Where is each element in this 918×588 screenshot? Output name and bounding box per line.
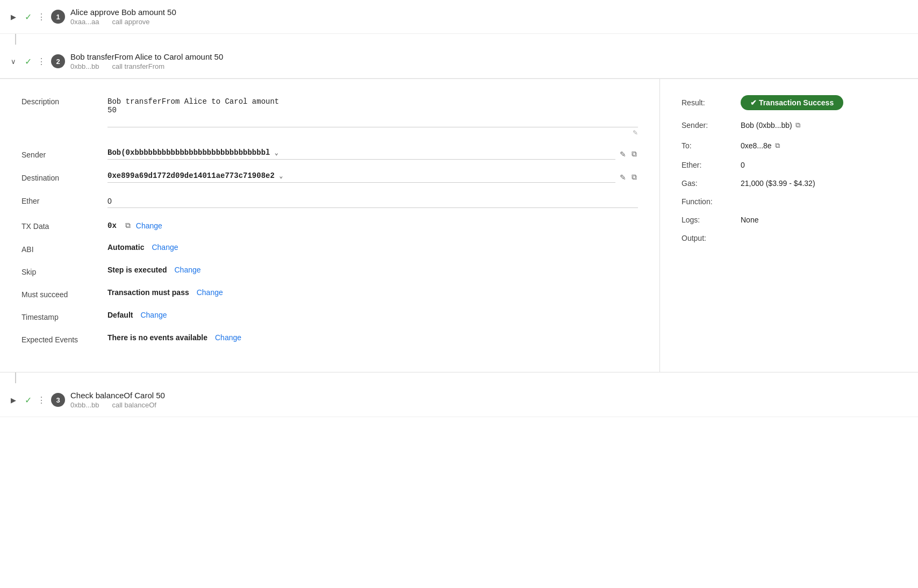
expected-events-value: There is no events available xyxy=(107,333,207,342)
must-succeed-change-link[interactable]: Change xyxy=(197,288,223,297)
result-to-label: To: xyxy=(682,141,730,150)
right-panel: Result: ✔ Transaction Success Sender: Bo… xyxy=(660,79,918,372)
result-output-row: Output: xyxy=(682,234,897,242)
dots-menu-1[interactable]: ⋮ xyxy=(37,12,46,22)
tx-data-row: TX Data 0x ⧉ Change xyxy=(21,220,638,231)
timestamp-label: Timestamp xyxy=(21,311,97,321)
result-function-row: Function: xyxy=(682,197,897,206)
timestamp-value: Default xyxy=(107,311,133,319)
must-succeed-label: Must succeed xyxy=(21,288,97,299)
left-panel: Description Bob transferFrom Alice to Ca… xyxy=(0,79,660,372)
result-sender-label: Sender: xyxy=(682,121,730,130)
step-info-2: Bob transferFrom Alice to Carol amount 5… xyxy=(70,52,223,70)
step-subtitle-3: 0xbb...bb call balanceOf xyxy=(70,401,165,409)
sender-value: Bob(0xbbbbbbbbbbbbbbbbbbbbbbbbbbbbbl ⌄ xyxy=(107,148,615,160)
abi-label: ABI xyxy=(21,243,97,254)
result-label: Result: xyxy=(682,98,730,107)
chevron-icon-3: ▶ xyxy=(11,396,19,404)
ether-value: 0 xyxy=(107,195,638,208)
result-output-label: Output: xyxy=(682,234,730,242)
transaction-item-1[interactable]: ▶ ✓ ⋮ 1 Alice approve Bob amount 50 0xaa… xyxy=(0,0,918,34)
skip-row: Skip Step is executed Change xyxy=(21,266,638,276)
dots-menu-3[interactable]: ⋮ xyxy=(37,395,46,405)
sender-label: Sender xyxy=(21,148,97,159)
skip-value: Step is executed xyxy=(107,266,167,274)
abi-value: Automatic xyxy=(107,243,144,252)
expected-events-label: Expected Events xyxy=(21,333,97,344)
result-to-row: To: 0xe8...8e ⧉ xyxy=(682,140,897,151)
result-function-label: Function: xyxy=(682,197,730,206)
result-sender-value: Bob (0xbb...bb) xyxy=(741,121,792,130)
result-ether-label: Ether: xyxy=(682,161,730,169)
step-call-2: call transferFrom xyxy=(112,62,165,70)
sender-copy-button[interactable]: ⧉ xyxy=(630,148,638,160)
timestamp-change-link[interactable]: Change xyxy=(140,311,167,319)
transaction-item-2[interactable]: ∨ ✓ ⋮ 2 Bob transferFrom Alice to Carol … xyxy=(0,45,918,78)
success-badge: ✔ Transaction Success xyxy=(741,95,843,110)
step-subtitle-2: 0xbb...bb call transferFrom xyxy=(70,62,223,70)
description-row: Description Bob transferFrom Alice to Ca… xyxy=(21,95,638,137)
result-sender-group: Bob (0xbb...bb) ⧉ xyxy=(741,120,801,131)
timestamp-row: Timestamp Default Change xyxy=(21,311,638,321)
skip-group: Step is executed Change xyxy=(107,266,201,274)
description-value: Bob transferFrom Alice to Carol amount 5… xyxy=(107,95,638,137)
chevron-icon-1: ▶ xyxy=(11,13,19,21)
result-row: Result: ✔ Transaction Success xyxy=(682,95,897,110)
result-sender-copy-button[interactable]: ⧉ xyxy=(794,120,801,131)
check-icon-3: ✓ xyxy=(25,395,32,405)
expanded-detail-section: Description Bob transferFrom Alice to Ca… xyxy=(0,78,918,372)
destination-label: Destination xyxy=(21,171,97,182)
sender-chevron-icon: ⌄ xyxy=(275,149,278,157)
step-address-1: 0xaa...aa xyxy=(70,18,99,26)
result-sender-row: Sender: Bob (0xbb...bb) ⧉ xyxy=(682,120,897,131)
destination-row: Destination 0xe899a69d1772d09de14011ae77… xyxy=(21,171,638,183)
step-title-1: Alice approve Bob amount 50 xyxy=(70,8,176,17)
destination-chevron-icon: ⌄ xyxy=(279,173,283,180)
description-textarea[interactable]: Bob transferFrom Alice to Carol amount 5… xyxy=(107,95,638,127)
abi-row: ABI Automatic Change xyxy=(21,243,638,254)
description-label: Description xyxy=(21,95,97,106)
expected-events-change-link[interactable]: Change xyxy=(215,333,241,342)
must-succeed-value: Transaction must pass xyxy=(107,288,189,297)
result-gas-label: Gas: xyxy=(682,179,730,188)
result-to-copy-button[interactable]: ⧉ xyxy=(774,140,781,151)
result-to-group: 0xe8...8e ⧉ xyxy=(741,140,781,151)
skip-change-link[interactable]: Change xyxy=(175,266,201,274)
result-gas-value: 21,000 ($3.99 - $4.32) xyxy=(741,179,815,188)
destination-edit-button[interactable]: ✎ xyxy=(619,172,627,183)
result-to-value: 0xe8...8e xyxy=(741,141,772,150)
tx-data-copy-button[interactable]: ⧉ xyxy=(124,220,132,231)
result-logs-label: Logs: xyxy=(682,216,730,224)
expected-events-row: Expected Events There is no events avail… xyxy=(21,333,638,344)
tx-data-group: 0x ⧉ Change xyxy=(107,220,162,231)
destination-field-group: 0xe899a69d1772d09de14011ae773c71908e2 ⌄ … xyxy=(107,171,638,183)
dots-menu-2[interactable]: ⋮ xyxy=(37,56,46,67)
transaction-item-3[interactable]: ▶ ✓ ⋮ 3 Check balanceOf Carol 50 0xbb...… xyxy=(0,383,918,417)
ether-label: Ether xyxy=(21,195,97,205)
ether-field-group: 0 xyxy=(107,195,638,208)
destination-copy-button[interactable]: ⧉ xyxy=(630,171,638,183)
step-title-3: Check balanceOf Carol 50 xyxy=(70,391,165,400)
sender-row: Sender Bob(0xbbbbbbbbbbbbbbbbbbbbbbbbbbb… xyxy=(21,148,638,160)
result-logs-row: Logs: None xyxy=(682,216,897,224)
sender-edit-button[interactable]: ✎ xyxy=(619,149,627,160)
step-number-3: 3 xyxy=(51,393,65,407)
sender-field-group: Bob(0xbbbbbbbbbbbbbbbbbbbbbbbbbbbbbl ⌄ ✎… xyxy=(107,148,638,160)
abi-change-link[interactable]: Change xyxy=(152,243,178,252)
check-icon-1: ✓ xyxy=(25,12,32,22)
tx-data-value: 0x xyxy=(107,221,117,230)
connector-line-1 xyxy=(15,34,16,45)
tx-data-label: TX Data xyxy=(21,220,97,231)
result-logs-value: None xyxy=(741,216,758,224)
must-succeed-row: Must succeed Transaction must pass Chang… xyxy=(21,288,638,299)
tx-data-change-link[interactable]: Change xyxy=(136,221,162,230)
must-succeed-group: Transaction must pass Change xyxy=(107,288,223,297)
result-ether-row: Ether: 0 xyxy=(682,161,897,169)
step-info-1: Alice approve Bob amount 50 0xaa...aa ca… xyxy=(70,8,176,26)
skip-label: Skip xyxy=(21,266,97,276)
destination-value: 0xe899a69d1772d09de14011ae773c71908e2 ⌄ xyxy=(107,171,615,183)
expected-events-group: There is no events available Change xyxy=(107,333,241,342)
destination-text: 0xe899a69d1772d09de14011ae773c71908e2 xyxy=(107,171,275,180)
step-address-2: 0xbb...bb xyxy=(70,62,99,70)
step-call-1: call approve xyxy=(112,18,150,26)
